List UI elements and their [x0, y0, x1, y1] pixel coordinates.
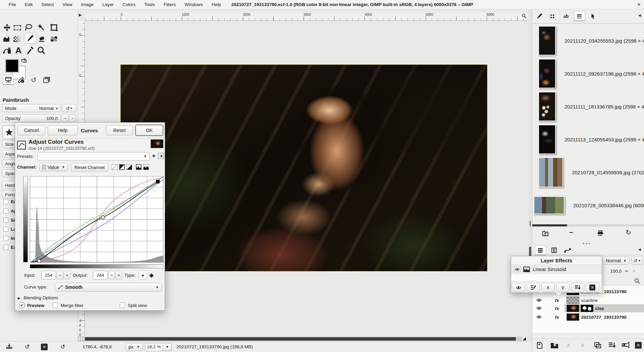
menu-windows[interactable]: Windows [180, 0, 207, 9]
paintbrush-tool-icon[interactable] [24, 33, 36, 44]
open-image-icon[interactable] [542, 230, 549, 238]
tab-channels[interactable] [548, 245, 559, 255]
effect-lower-button[interactable]: ∨ [556, 283, 570, 292]
menu-tools[interactable]: Tools [140, 0, 159, 9]
effect-edit-button[interactable] [527, 283, 540, 292]
linear-histogram-icon[interactable] [112, 164, 117, 170]
tab-tool-options[interactable] [3, 75, 14, 85]
point-type-smooth-button[interactable]: ● [139, 271, 147, 279]
point-type-corner-button[interactable]: ◆ [149, 272, 154, 279]
bucket-fill-tool-icon[interactable] [2, 34, 12, 44]
new-group-icon[interactable] [550, 342, 558, 350]
checkbox[interactable] [3, 199, 8, 204]
menu-help[interactable]: Help [207, 0, 225, 9]
blending-options-expander[interactable]: ▶ Blending Options [18, 295, 58, 300]
input-field[interactable]: 254 [41, 271, 56, 279]
raise-layer-icon[interactable]: ∧ [567, 342, 571, 349]
image-list-item[interactable]: 20211112_092637196.jpg (2598 × 46 [532, 57, 644, 90]
channel-dropdown[interactable]: I Value ▼ [39, 163, 68, 171]
image-list-item[interactable]: 20211113_124055453.jpg (2598 × 46 [532, 123, 644, 156]
tab-images[interactable] [41, 75, 52, 85]
output-increase-button[interactable]: + [115, 271, 122, 279]
zoom-tool-icon[interactable] [36, 46, 46, 55]
merge-filter-checkbox[interactable] [53, 303, 58, 308]
horizontal-ruler[interactable]: 0 1000 2000 3000 4000 5000 6000 [85, 12, 529, 21]
preview-checkbox[interactable]: ✔ [19, 303, 24, 308]
curve-type-dropdown[interactable]: Smooth ▼ [55, 283, 162, 292]
zoom-dropdown-arrow[interactable]: ▼ [163, 343, 172, 351]
tab-fonts[interactable]: ab [560, 11, 572, 21]
delete-layer-icon[interactable]: ✕ [635, 342, 642, 349]
canvas-image[interactable] [121, 65, 487, 271]
image-list-item[interactable]: 20210728_014559939.jpg (2702 × 3 [532, 156, 644, 189]
fx-badge[interactable]: fx [555, 298, 559, 303]
image-list-item[interactable]: 20210728_005338446.jpg (6000 × [532, 189, 644, 222]
checkbox[interactable] [3, 245, 8, 250]
reset-status-icon[interactable]: ↺ [58, 343, 67, 350]
tab-patterns[interactable] [547, 11, 558, 21]
menu-image[interactable]: Image [77, 0, 98, 9]
collapse-menu-icon[interactable]: ◀ [638, 13, 641, 17]
tab-brushes[interactable] [534, 11, 545, 21]
eye-icon[interactable] [536, 298, 542, 303]
quick-mask-toggle[interactable] [78, 337, 85, 341]
foreground-color-swatch[interactable] [5, 59, 19, 73]
lower-layer-icon[interactable]: ∨ [581, 342, 585, 349]
search-icon[interactable] [634, 278, 640, 284]
rectangle-select-tool-icon[interactable] [12, 23, 22, 32]
preset-menu-icon[interactable]: ◀ [158, 153, 164, 159]
tab-images-selected[interactable] [574, 11, 585, 21]
layer-mask-thumbnail[interactable] [581, 305, 593, 312]
crop-tool-icon[interactable] [49, 23, 59, 32]
color-picker-tool-icon[interactable] [25, 46, 35, 55]
histogram-toggle-icon[interactable] [136, 164, 142, 170]
swap-colors-icon[interactable] [21, 58, 28, 64]
output-field[interactable]: 244 [93, 271, 108, 279]
undo-icon[interactable]: ↺ [23, 343, 32, 350]
layer-opacity-decrease[interactable]: − [625, 268, 628, 274]
diagonal-reference-icon[interactable] [126, 164, 132, 170]
image-list-item[interactable]: 20211111_181336785.jpg (2598 × 46 [532, 90, 644, 123]
help-button[interactable]: Help [48, 125, 78, 135]
menu-layer[interactable]: Layer [98, 0, 118, 9]
histogram-toggle2-icon[interactable] [143, 164, 149, 170]
menu-filters[interactable]: Filters [159, 0, 180, 9]
opacity-increase-button[interactable]: + [69, 114, 76, 122]
save-status-icon[interactable] [5, 343, 13, 351]
add-mask-icon[interactable] [622, 342, 630, 349]
checkbox[interactable] [3, 218, 8, 223]
cancel-status-icon[interactable]: ✕ [41, 344, 48, 350]
effect-merge-button[interactable] [571, 283, 584, 292]
ruler-corner-icon[interactable]: ▶ [79, 13, 82, 17]
curves-graph[interactable] [30, 176, 163, 262]
paths-tool-icon[interactable] [2, 46, 12, 55]
effect-raise-button[interactable]: ∧ [541, 283, 555, 292]
checkbox[interactable] [3, 236, 8, 241]
refresh-icon[interactable]: ↻ [626, 228, 631, 236]
reset-channel-button[interactable]: Reset Channel [71, 163, 108, 172]
input-increase-button[interactable]: + [64, 271, 70, 279]
collapse-menu-icon[interactable]: ◀ [638, 248, 641, 251]
layer-row[interactable]: fx 20210727_193133790 [532, 313, 644, 321]
ok-button[interactable]: OK [135, 125, 163, 136]
layer-mode-dropdown[interactable]: Normal▼ [603, 257, 630, 265]
opacity-decrease-button[interactable]: − [62, 114, 68, 122]
layer-row-selected[interactable]: fx clse [532, 304, 644, 312]
tab-layers[interactable] [535, 245, 546, 255]
navigation-preview-icon[interactable]: ◢ [523, 336, 526, 341]
eye-icon[interactable] [536, 315, 542, 320]
tab-pointer[interactable] [587, 11, 598, 21]
fx-badge[interactable]: fx [555, 306, 559, 311]
ruler-zoom-icon[interactable] [522, 13, 527, 19]
canvas-horizontal-scrollbar[interactable] [85, 337, 522, 341]
effect-remove-button[interactable]: ✕ [586, 283, 599, 292]
input-decrease-button[interactable]: − [57, 271, 63, 279]
split-view-checkbox[interactable] [120, 303, 125, 308]
checkbox[interactable] [3, 209, 8, 214]
gradient-tool-icon[interactable] [12, 34, 22, 44]
duplicate-layer-icon[interactable] [594, 342, 601, 350]
mode-reset-button[interactable]: ↺ ▾ [62, 104, 76, 112]
add-preset-icon[interactable]: + [152, 152, 156, 160]
move-tool-icon[interactable] [2, 23, 12, 32]
menu-select[interactable]: Select [37, 0, 58, 9]
